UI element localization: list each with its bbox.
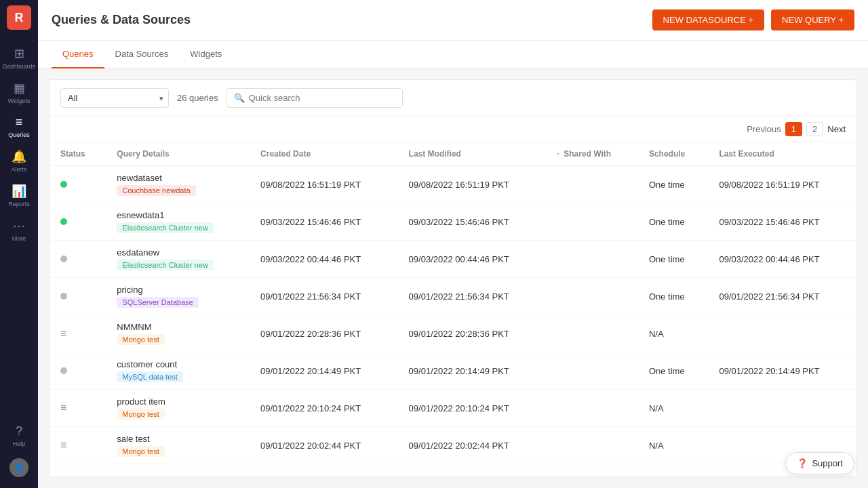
cell-schedule: N/A — [638, 315, 709, 352]
cell-schedule: One time — [638, 166, 709, 203]
cell-query-details: customer count MySQL data test — [106, 352, 250, 390]
tab-queries[interactable]: Queries — [52, 41, 104, 68]
query-tag: Mongo test — [117, 446, 164, 457]
cell-shared-with — [546, 278, 638, 315]
content-panel: All My Queries Shared 26 queries 🔍 Previ… — [49, 79, 857, 477]
sidebar-item-alerts[interactable]: 🔔 Alerts — [0, 144, 38, 178]
app-logo[interactable]: R — [7, 5, 31, 30]
query-name[interactable]: product item — [117, 396, 239, 407]
cell-last-modified: 09/03/2022 00:44:46 PKT — [398, 241, 547, 278]
status-dot-gray — [60, 256, 67, 262]
cell-shared-with — [546, 241, 638, 278]
page-2-button[interactable]: 2 — [806, 122, 823, 136]
col-last-modified: Last Modified — [398, 142, 547, 166]
cell-query-details: esnewdata1 Elasticsearch Cluster new — [106, 203, 250, 241]
query-tag: Elasticsearch Cluster new — [117, 260, 214, 270]
sidebar-item-more[interactable]: ⋯ More — [0, 213, 38, 247]
cell-created-date: 09/08/2022 16:51:19 PKT — [250, 166, 398, 203]
page-title: Queries & Data Sources — [52, 13, 191, 27]
query-name[interactable]: NMMNM — [117, 322, 239, 332]
cell-last-executed: 09/08/2022 16:51:19 PKT — [708, 166, 856, 203]
sidebar-label-reports: Reports — [8, 201, 30, 207]
table-row[interactable]: ≡ sale test Mongo test 09/01/2022 20:02:… — [50, 427, 856, 464]
sidebar-item-widgets[interactable]: ▦ Widgets — [0, 75, 38, 110]
table-body: newdataset Couchbase newdata 09/08/2022 … — [50, 166, 856, 464]
status-lines-icon: ≡ — [60, 402, 66, 413]
cell-last-modified: 09/01/2022 20:28:36 PKT — [398, 315, 547, 352]
col-query-details: Query Details — [106, 142, 250, 166]
query-name[interactable]: esdatanew — [117, 247, 239, 258]
filter-select[interactable]: All My Queries Shared — [60, 88, 169, 108]
status-dot-gray — [60, 367, 67, 374]
query-tag: MySQL data test — [117, 371, 183, 382]
cell-status — [50, 278, 106, 315]
search-icon: 🔍 — [234, 93, 245, 103]
sidebar-label-more: More — [12, 235, 26, 242]
cell-query-details: sale test Mongo test — [106, 427, 250, 464]
page-header: Queries & Data Sources NEW DATASOURCE + … — [38, 0, 868, 41]
cell-last-modified: 09/08/2022 16:51:19 PKT — [398, 166, 547, 203]
sidebar-item-queries[interactable]: ≡ Queries — [0, 110, 38, 144]
sidebar-item-reports[interactable]: 📊 Reports — [0, 178, 38, 213]
cell-shared-with — [546, 166, 638, 203]
cell-status: ≡ — [50, 427, 106, 464]
table-row[interactable]: ≡ product item Mongo test 09/01/2022 20:… — [50, 390, 856, 427]
next-label[interactable]: Next — [827, 124, 846, 134]
cell-status — [50, 166, 106, 203]
tab-widgets[interactable]: Widgets — [179, 41, 233, 68]
cell-last-modified: 09/01/2022 20:02:44 PKT — [398, 427, 547, 464]
status-dot-green — [60, 181, 67, 188]
sidebar-item-user[interactable]: 👤 — [0, 453, 38, 483]
tab-bar: Queries Data Sources Widgets — [38, 41, 868, 68]
query-name[interactable]: customer count — [117, 359, 239, 369]
table-row[interactable]: customer count MySQL data test 09/01/202… — [50, 352, 856, 390]
cell-schedule: One time — [638, 352, 709, 390]
cell-last-executed — [708, 390, 856, 427]
status-lines-icon: ≡ — [60, 439, 66, 451]
search-input[interactable] — [249, 93, 395, 103]
avatar[interactable]: 👤 — [9, 458, 28, 477]
cell-status — [50, 203, 106, 241]
cell-created-date: 09/01/2022 21:56:34 PKT — [250, 278, 398, 315]
cell-status: ≡ — [50, 390, 106, 427]
col-status: Status — [50, 142, 106, 166]
cell-query-details: NMMNM Mongo test — [106, 315, 250, 352]
cell-shared-with — [546, 315, 638, 352]
header-actions: NEW DATASOURCE + NEW QUERY + — [652, 9, 854, 30]
support-button[interactable]: ❓ Support — [785, 452, 854, 474]
new-datasource-button[interactable]: NEW DATASOURCE + — [652, 9, 765, 30]
cell-created-date: 09/03/2022 15:46:46 PKT — [250, 203, 398, 241]
help-icon: ? — [16, 424, 22, 439]
query-name[interactable]: pricing — [117, 285, 239, 295]
support-icon: ❓ — [797, 458, 808, 468]
toolbar: All My Queries Shared 26 queries 🔍 — [50, 80, 856, 117]
query-name[interactable]: esnewdata1 — [117, 210, 239, 220]
pagination: Previous 1 2 Next — [50, 117, 856, 142]
new-query-button[interactable]: NEW QUERY + — [771, 9, 854, 30]
cell-query-details: esdatanew Elasticsearch Cluster new — [106, 241, 250, 278]
query-tag: Couchbase newdata — [117, 185, 195, 196]
query-name[interactable]: newdataset — [117, 173, 239, 183]
tab-datasources[interactable]: Data Sources — [104, 41, 180, 68]
dashboard-icon: ⊞ — [14, 46, 24, 61]
cell-created-date: 09/01/2022 20:10:24 PKT — [250, 390, 398, 427]
cell-last-executed: 09/03/2022 00:44:46 PKT — [708, 241, 856, 278]
sidebar-item-dashboards[interactable]: ⊞ Dashboards — [0, 41, 38, 75]
cell-query-details: pricing SQLServer Database — [106, 278, 250, 315]
cell-last-executed: 09/01/2022 20:14:49 PKT — [708, 352, 856, 390]
page-1-button[interactable]: 1 — [785, 122, 802, 136]
query-tag: Mongo test — [117, 334, 164, 345]
table-row[interactable]: esnewdata1 Elasticsearch Cluster new 09/… — [50, 203, 856, 241]
table-row[interactable]: ≡ NMMNM Mongo test 09/01/2022 20:28:36 P… — [50, 315, 856, 352]
table-row[interactable]: esdatanew Elasticsearch Cluster new 09/0… — [50, 241, 856, 278]
query-name[interactable]: sale test — [117, 434, 239, 444]
sidebar: R ⊞ Dashboards ▦ Widgets ≡ Queries 🔔 Ale… — [0, 0, 38, 488]
cell-shared-with — [546, 203, 638, 241]
sidebar-label-dashboards: Dashboards — [3, 63, 36, 70]
sidebar-item-help[interactable]: ? Help — [0, 419, 38, 453]
table-row[interactable]: pricing SQLServer Database 09/01/2022 21… — [50, 278, 856, 315]
cell-last-modified: 09/01/2022 20:14:49 PKT — [398, 352, 547, 390]
table-row[interactable]: newdataset Couchbase newdata 09/08/2022 … — [50, 166, 856, 203]
sidebar-label-alerts: Alerts — [11, 166, 26, 173]
cell-schedule: One time — [638, 203, 709, 241]
